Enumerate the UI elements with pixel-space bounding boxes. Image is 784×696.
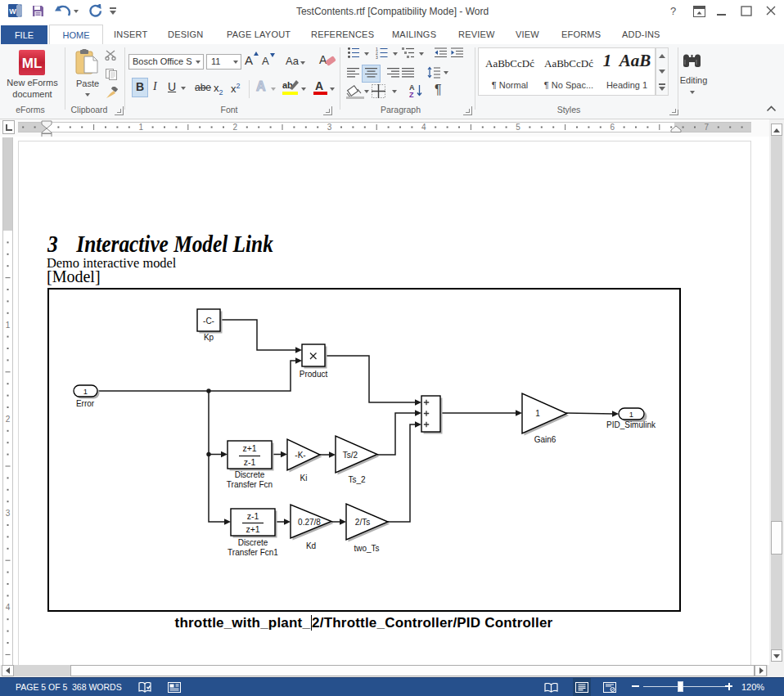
svg-text:7: 7	[705, 123, 710, 132]
svg-text:2/Ts: 2/Ts	[355, 518, 370, 527]
svg-text:Ts/2: Ts/2	[343, 451, 358, 460]
svg-text:W: W	[9, 7, 16, 16]
svg-text:z+1: z+1	[242, 443, 256, 453]
svg-text:PID_Simulink: PID_Simulink	[606, 420, 656, 429]
svg-text:5: 5	[516, 123, 520, 132]
svg-text:z+1: z+1	[246, 524, 259, 534]
svg-text:4: 4	[6, 603, 11, 612]
svg-text:1: 1	[138, 123, 143, 132]
svg-text:2: 2	[233, 123, 238, 132]
svg-text:Transfer Fcn: Transfer Fcn	[227, 480, 273, 489]
svg-text:Discrete: Discrete	[238, 538, 268, 547]
svg-text:Discrete: Discrete	[235, 470, 265, 479]
svg-text:Z: Z	[409, 91, 414, 98]
svg-text:1: 1	[83, 387, 88, 396]
svg-text:Transfer Fcn1: Transfer Fcn1	[228, 548, 278, 557]
svg-text:1: 1	[6, 321, 11, 330]
svg-text:2: 2	[6, 415, 11, 424]
svg-text:0.27/8: 0.27/8	[298, 518, 321, 527]
svg-text:3: 3	[6, 509, 11, 518]
svg-text:Gain6: Gain6	[534, 435, 556, 444]
svg-text:Ts_2: Ts_2	[348, 475, 366, 484]
svg-text:1: 1	[629, 410, 633, 419]
svg-text:3: 3	[327, 123, 332, 132]
svg-text:1: 1	[535, 409, 540, 418]
svg-text:Product: Product	[300, 370, 328, 379]
svg-text:Kd: Kd	[306, 541, 316, 550]
svg-text:3: 3	[376, 55, 378, 60]
svg-text:Kp: Kp	[204, 333, 214, 342]
svg-text:-C-: -C-	[203, 317, 214, 326]
svg-text:z-1: z-1	[247, 511, 259, 521]
svg-text:ML: ML	[22, 56, 43, 71]
svg-text:two_Ts: two_Ts	[354, 544, 379, 553]
svg-text:Error: Error	[76, 399, 95, 408]
svg-text:-K-: -K-	[295, 451, 305, 460]
svg-text:6: 6	[610, 123, 615, 132]
svg-text:z-1: z-1	[244, 457, 256, 467]
svg-text:4: 4	[421, 123, 426, 132]
svg-text:Ki: Ki	[300, 474, 308, 483]
